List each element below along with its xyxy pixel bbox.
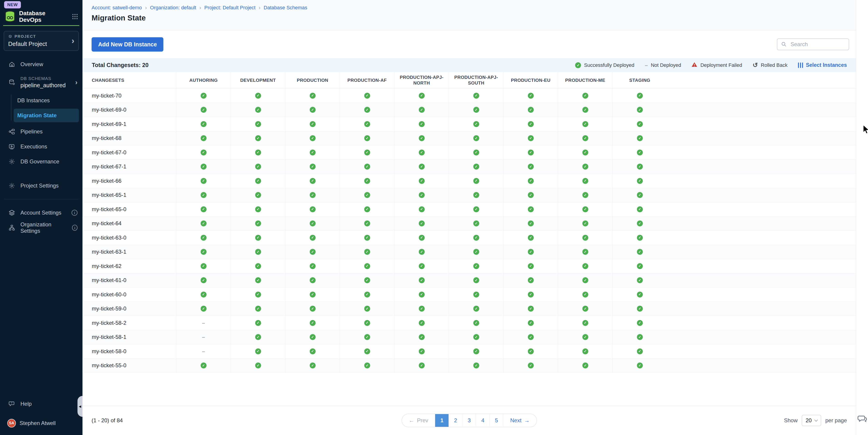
next-page-button[interactable]: Next → (503, 414, 536, 427)
page-title: Migration State (92, 13, 847, 22)
column-header: AUTHORING (176, 72, 230, 88)
column-header: DEVELOPMENT (230, 72, 285, 88)
breadcrumb-link[interactable]: Organization: default (150, 5, 196, 11)
status-cell-deployed: ✓ (558, 202, 612, 216)
status-cell-not-deployed: – (176, 344, 230, 359)
status-cell-deployed: ✓ (394, 231, 449, 245)
db-schema-icon (8, 79, 16, 86)
success-check-icon: ✓ (255, 334, 261, 340)
main-area: Account: satwell-demo›Organization: defa… (83, 0, 868, 435)
sidebar-item-db-schemas[interactable]: DB SCHEMAS pipeline_authored › (0, 72, 83, 93)
sidebar-item-db-instances[interactable]: DB Instances (13, 94, 79, 107)
success-check-icon: ✓ (582, 263, 588, 269)
page-button-5[interactable]: 5 (490, 414, 503, 427)
prev-page-button[interactable]: ← Prev (402, 414, 435, 427)
status-cell-deployed: ✓ (612, 103, 667, 117)
cube-icon (8, 35, 12, 39)
success-check-icon: ✓ (310, 249, 316, 255)
info-icon[interactable]: i (71, 210, 78, 216)
app-grid-icon[interactable] (71, 13, 79, 20)
page-button-1[interactable]: 1 (435, 414, 449, 427)
sidebar-item-pipelines[interactable]: Pipelines (0, 124, 83, 139)
breadcrumb-link[interactable]: Project: Default Project (204, 5, 255, 11)
chevron-right-icon: › (71, 37, 74, 45)
table-row: my-ticket-63-0✓✓✓✓✓✓✓✓✓ (83, 231, 856, 245)
add-new-db-instance-button[interactable]: Add New DB Instance (92, 37, 163, 52)
search-input[interactable] (790, 41, 845, 48)
success-check-icon: ✓ (473, 306, 479, 312)
success-check-icon: ✓ (637, 135, 643, 141)
status-cell-deployed: ✓ (612, 117, 667, 131)
changeset-name: my-ticket-70 (83, 89, 176, 103)
sidebar-item-project-settings[interactable]: Project Settings (0, 178, 83, 193)
breadcrumb-link[interactable]: Database Schemas (264, 5, 307, 11)
status-cell-deployed: ✓ (176, 160, 230, 174)
not-deployed-dash-icon: – (202, 319, 205, 327)
legend-label: Not Deployed (651, 62, 681, 68)
status-cell-deployed: ✓ (612, 287, 667, 302)
user-menu[interactable]: SA Stephen Atwell (0, 416, 83, 431)
status-cell-deployed: ✓ (394, 131, 449, 146)
status-cell-deployed: ✓ (285, 160, 340, 174)
info-icon[interactable]: i (72, 225, 78, 231)
changeset-name: my-ticket-67-0 (83, 146, 176, 160)
success-check-icon: ✓ (364, 150, 370, 155)
success-check-icon: ✓ (473, 121, 479, 127)
breadcrumb-separator: › (258, 4, 260, 11)
project-selector[interactable]: PROJECT Default Project › (4, 31, 79, 51)
success-check-icon: ✓ (582, 306, 588, 312)
status-cell-deployed: ✓ (230, 245, 285, 259)
status-cell-deployed: ✓ (285, 103, 340, 117)
sidebar-item-migration-state[interactable]: Migration State (13, 108, 79, 122)
page-button-3[interactable]: 3 (462, 414, 476, 427)
status-cell-deployed: ✓ (558, 316, 612, 330)
sidebar-item-db-governance[interactable]: DB Governance (0, 154, 83, 169)
table-row: my-ticket-58-2–✓✓✓✓✓✓✓✓ (83, 316, 856, 330)
sidebar-item-organization-settings[interactable]: Organization Settings i (0, 220, 83, 235)
legend-item-failed: Deployment Failed (691, 62, 742, 69)
status-cell-deployed: ✓ (285, 330, 340, 344)
success-check-icon: ✓ (200, 249, 207, 255)
success-check-icon: ✓ (473, 249, 479, 255)
status-cell-deployed: ✓ (503, 259, 558, 273)
success-check-icon: ✓ (473, 235, 479, 241)
success-check-icon: ✓ (364, 249, 370, 255)
success-check-icon: ✓ (310, 306, 316, 312)
success-check-icon: ✓ (419, 348, 425, 354)
status-cell-deployed: ✓ (558, 359, 612, 373)
success-check-icon: ✓ (528, 263, 534, 269)
success-check-icon: ✓ (310, 334, 316, 340)
success-check-icon: ✓ (255, 178, 261, 184)
sidebar-collapse-handle[interactable]: ◀ (78, 396, 83, 417)
status-cell-deployed: ✓ (285, 202, 340, 216)
status-cell-deployed: ✓ (394, 117, 449, 131)
success-check-icon: ✓ (200, 150, 207, 155)
status-cell-deployed: ✓ (394, 188, 449, 202)
status-cell-deployed: ✓ (340, 259, 394, 273)
success-check-icon: ✓ (364, 206, 370, 212)
chat-widget-icon[interactable] (857, 414, 868, 425)
sidebar-item-help[interactable]: ? Help (0, 396, 83, 411)
status-cell-deployed: ✓ (612, 330, 667, 344)
breadcrumb-link[interactable]: Account: satwell-demo (92, 5, 142, 11)
success-check-icon: ✓ (637, 249, 643, 255)
status-cell-deployed: ✓ (394, 316, 449, 330)
column-header: PRODUCTION-APJ-NORTH (394, 72, 449, 88)
sidebar-item-executions[interactable]: Executions (0, 139, 83, 154)
success-check-icon: ✓ (255, 121, 261, 127)
status-cell-deployed: ✓ (285, 188, 340, 202)
page-size-select[interactable]: 20 (802, 415, 821, 426)
table-row: my-ticket-61-0✓✓✓✓✓✓✓✓✓ (83, 273, 856, 288)
select-instances-button[interactable]: Select Instances (798, 62, 847, 68)
sidebar-item-label: Project Settings (21, 183, 59, 189)
search-box[interactable] (777, 38, 849, 50)
sidebar-item-overview[interactable]: Overview (0, 57, 83, 72)
project-label: PROJECT (14, 34, 36, 39)
page-button-2[interactable]: 2 (449, 414, 462, 427)
changeset-name: my-ticket-59-0 (83, 302, 176, 316)
toolbar: Add New DB Instance (83, 30, 856, 58)
sidebar-item-account-settings[interactable]: Account Settings i (0, 205, 83, 220)
page-button-4[interactable]: 4 (476, 414, 490, 427)
status-cell-deployed: ✓ (503, 359, 558, 373)
breadcrumb: Account: satwell-demo›Organization: defa… (92, 4, 847, 11)
